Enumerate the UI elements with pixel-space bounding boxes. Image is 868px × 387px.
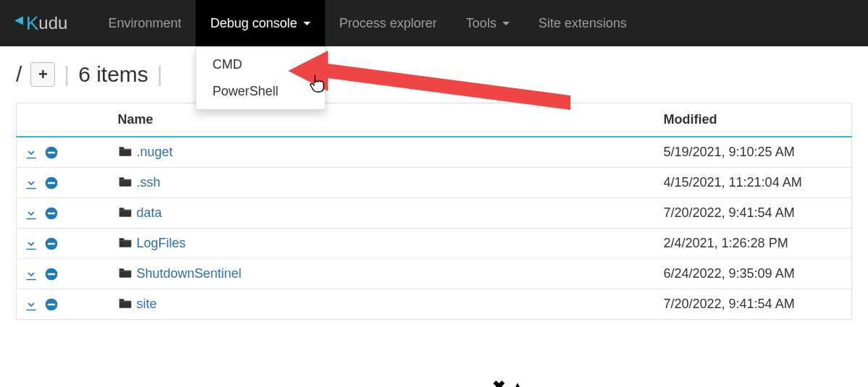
table-row: .nuget5/19/2021, 9:10:25 AM: [17, 137, 852, 168]
svg-rect-4: [48, 182, 55, 184]
row-name-cell: data: [111, 198, 657, 229]
col-actions-header: [17, 103, 111, 137]
row-modified-cell: 7/20/2022, 9:41:54 AM: [657, 198, 852, 229]
delete-button[interactable]: [44, 297, 59, 312]
delete-button[interactable]: [44, 237, 59, 251]
divider: |: [157, 62, 163, 87]
row-name-cell: .ssh: [111, 168, 657, 198]
nav-process-explorer[interactable]: Process explorer: [325, 0, 452, 46]
delete-button[interactable]: [44, 267, 59, 281]
row-actions-cell: [17, 168, 111, 198]
new-item-button[interactable]: +: [30, 62, 55, 87]
row-actions-cell: [17, 259, 111, 289]
items-count-label: 6 items: [78, 62, 148, 87]
folder-icon: [118, 175, 132, 188]
file-link[interactable]: LogFiles: [137, 236, 186, 250]
download-button[interactable]: [24, 267, 38, 281]
svg-rect-12: [48, 303, 55, 305]
row-modified-cell: 5/19/2021, 9:10:25 AM: [657, 137, 852, 168]
caret-down-icon: [303, 22, 311, 25]
row-name-cell: ShutdownSentinel: [111, 259, 657, 289]
delete-button[interactable]: [44, 145, 59, 160]
brand-logo[interactable]: Kudu: [16, 0, 93, 46]
svg-rect-8: [48, 242, 55, 244]
row-actions-cell: [17, 137, 111, 168]
table-row: ShutdownSentinel6/24/2022, 9:35:09 AM: [17, 259, 852, 289]
file-link[interactable]: site: [137, 297, 157, 311]
dropdown-item-powershell[interactable]: PowerShell: [196, 78, 325, 105]
nav-debug-console-label: Debug console: [210, 16, 297, 31]
row-modified-cell: 6/24/2022, 9:35:09 AM: [657, 259, 852, 289]
table-row: data7/20/2022, 9:41:54 AM: [17, 198, 852, 229]
folder-icon: [118, 236, 132, 249]
svg-rect-10: [48, 273, 55, 275]
row-name-cell: site: [111, 289, 657, 320]
download-button[interactable]: [24, 206, 38, 221]
top-navbar: Kudu Environment Debug console CMD Power…: [0, 0, 868, 46]
breadcrumb-bar: / + | 6 items |: [0, 46, 868, 103]
folder-icon: [118, 297, 132, 310]
folder-icon: [118, 266, 132, 279]
nav-site-extensions-label: Site extensions: [539, 16, 627, 31]
download-button[interactable]: [24, 297, 38, 312]
row-actions-cell: [17, 229, 111, 259]
brand-text: udu: [38, 13, 67, 33]
folder-icon: [118, 205, 132, 218]
nav-site-extensions[interactable]: Site extensions: [524, 0, 641, 46]
svg-rect-2: [48, 151, 55, 153]
col-modified-label: Modified: [664, 112, 717, 127]
row-actions-cell: [17, 198, 111, 229]
row-name-cell: LogFiles: [111, 229, 657, 259]
dropdown-powershell-label: PowerShell: [212, 84, 278, 98]
download-button[interactable]: [24, 145, 38, 160]
col-name-header[interactable]: Name: [111, 103, 657, 137]
nav-debug-console[interactable]: Debug console CMD PowerShell: [195, 0, 324, 46]
caret-down-icon: [502, 22, 510, 25]
divider: |: [64, 62, 69, 87]
svg-rect-6: [48, 212, 55, 214]
download-button[interactable]: [24, 176, 38, 190]
breadcrumb-root[interactable]: /: [16, 62, 22, 87]
col-modified-header[interactable]: Modified: [657, 103, 852, 137]
row-modified-cell: 7/20/2022, 9:41:54 AM: [657, 289, 852, 320]
dropdown-cmd-label: CMD: [212, 57, 242, 72]
delete-button[interactable]: [44, 206, 59, 221]
row-name-cell: .nuget: [111, 137, 657, 168]
row-modified-cell: 4/15/2021, 11:21:04 AM: [657, 168, 852, 198]
file-link[interactable]: data: [137, 205, 162, 220]
table-row: site7/20/2022, 9:41:54 AM: [17, 289, 852, 320]
table-row: .ssh4/15/2021, 11:21:04 AM: [17, 168, 852, 198]
file-link[interactable]: ShutdownSentinel: [137, 266, 242, 281]
nav-tools-label: Tools: [466, 16, 497, 31]
file-link[interactable]: .nuget: [137, 145, 173, 159]
delete-button[interactable]: [44, 176, 59, 190]
download-button[interactable]: [24, 237, 38, 251]
table-row: LogFiles2/4/2021, 1:26:28 PM: [17, 229, 852, 259]
file-table: Name Modified .nuget5/19/2021, 9:10:25 A…: [16, 103, 852, 320]
row-modified-cell: 2/4/2021, 1:26:28 PM: [657, 229, 852, 259]
dropdown-item-cmd[interactable]: CMD: [196, 51, 325, 78]
folder-icon: [118, 145, 132, 158]
brand-k-icon: K: [16, 12, 38, 35]
nav-environment-label: Environment: [108, 16, 181, 31]
nav-process-explorer-label: Process explorer: [340, 16, 437, 31]
file-link[interactable]: .ssh: [137, 175, 161, 190]
console-toggle-icons[interactable]: ✖ ▲: [492, 378, 526, 387]
col-name-label: Name: [118, 112, 153, 127]
nav-environment[interactable]: Environment: [93, 0, 195, 46]
debug-console-dropdown: CMD PowerShell: [195, 46, 326, 110]
row-actions-cell: [17, 289, 111, 320]
nav-tools[interactable]: Tools: [452, 0, 524, 46]
